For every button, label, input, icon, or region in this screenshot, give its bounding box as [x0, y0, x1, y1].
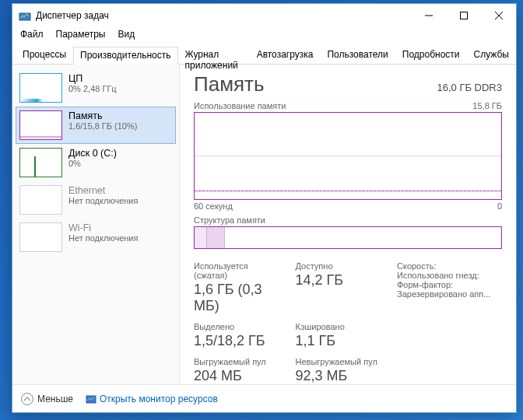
- menu-view[interactable]: Вид: [111, 27, 141, 43]
- tab-users[interactable]: Пользователи: [320, 46, 395, 64]
- titlebar[interactable]: Диспетчер задач: [12, 4, 516, 27]
- fewer-details-button[interactable]: Меньше: [20, 392, 73, 406]
- menu-options[interactable]: Параметры: [50, 27, 112, 43]
- sidebar-item-wifi[interactable]: Wi-Fi Нет подключения: [16, 219, 176, 256]
- tab-details[interactable]: Подробности: [395, 46, 467, 64]
- menu-file[interactable]: Файл: [14, 27, 50, 43]
- avail-label: Доступно: [296, 261, 384, 271]
- footer: Меньше Открыть монитор ресурсов: [12, 384, 516, 412]
- sidebar-item-disk[interactable]: Диск 0 (C:) 0%: [16, 144, 176, 181]
- sidebar-cpu-sub: 0% 2,48 ГГц: [68, 84, 117, 93]
- sidebar-disk-title: Диск 0 (C:): [68, 148, 117, 159]
- nonpaged-label: Невыгружаемый пул: [296, 357, 384, 366]
- nonpaged-value: 92,3 МБ: [296, 368, 384, 384]
- window-controls: [411, 5, 516, 27]
- memory-usage-graph[interactable]: [194, 112, 502, 200]
- content-body: ЦП 0% 2,48 ГГц Память 1,6/15,8 ГБ (10%) …: [12, 65, 516, 384]
- svg-point-5: [22, 393, 33, 404]
- menubar: Файл Параметры Вид: [12, 27, 516, 43]
- reserved-label: Зарезервировано апп...: [397, 289, 490, 299]
- minimize-button[interactable]: [411, 5, 446, 27]
- avail-value: 14,2 ГБ: [296, 272, 384, 289]
- inuse-label: Используется (сжатая): [194, 261, 282, 280]
- open-resource-monitor-label: Открыть монитор ресурсов: [100, 394, 218, 404]
- tab-processes[interactable]: Процессы: [16, 46, 73, 64]
- app-icon: [19, 9, 31, 22]
- composition-seg-available: [225, 227, 501, 248]
- composition-seg-reserved: [195, 227, 207, 248]
- sidebar-item-cpu[interactable]: ЦП 0% 2,48 ГГц: [16, 69, 176, 107]
- task-manager-window: Диспетчер задач Файл Параметры Вид Проце…: [12, 3, 517, 413]
- sidebar-eth-title: Ethernet: [68, 185, 138, 196]
- axis-left: 60 секунд: [194, 201, 233, 211]
- tab-services[interactable]: Службы: [467, 46, 516, 64]
- watermark-text: Avito: [476, 399, 507, 415]
- sidebar-mem-title: Память: [68, 110, 137, 121]
- sidebar-item-memory[interactable]: Память 1,6/15,8 ГБ (10%): [16, 107, 176, 144]
- cached-value: 1,1 ГБ: [296, 333, 384, 349]
- usage-graph-max: 15,8 ГБ: [472, 101, 502, 110]
- form-label: Форм-фактор:: [397, 280, 453, 289]
- tab-startup[interactable]: Автозагрузка: [250, 46, 321, 64]
- paged-label: Выгружаемый пул: [194, 357, 282, 366]
- sidebar-cpu-title: ЦП: [68, 73, 117, 84]
- fewer-details-label: Меньше: [37, 394, 73, 404]
- speed-label: Скорость:: [397, 261, 437, 271]
- sidebar-eth-sub: Нет подключения: [68, 196, 138, 205]
- paged-value: 204 МБ: [194, 368, 282, 384]
- memory-metrics: Используется (сжатая) 1,6 ГБ (0,3 МБ) До…: [194, 261, 502, 384]
- performance-sidebar: ЦП 0% 2,48 ГГц Память 1,6/15,8 ГБ (10%) …: [12, 65, 180, 384]
- tabstrip: Процессы Производительность Журнал прило…: [12, 46, 516, 65]
- disk-thumb-icon: [19, 148, 62, 177]
- maximize-button[interactable]: [446, 5, 481, 27]
- page-title: Память: [194, 72, 265, 96]
- usage-graph-label: Использование памяти: [194, 101, 286, 110]
- svg-rect-2: [460, 12, 467, 19]
- memory-spec: 16,0 ГБ DDR3: [437, 82, 503, 93]
- sidebar-wifi-title: Wi-Fi: [68, 222, 138, 233]
- chevron-up-icon: [20, 392, 34, 406]
- memory-thumb-icon: [19, 110, 62, 140]
- resource-monitor-icon: [86, 394, 97, 404]
- wifi-thumb-icon: [19, 222, 62, 252]
- sidebar-item-ethernet[interactable]: Ethernet Нет подключения: [16, 181, 176, 219]
- memory-composition-bar[interactable]: [194, 226, 502, 249]
- inuse-value: 1,6 ГБ (0,3 МБ): [194, 282, 282, 314]
- axis-right: 0: [497, 201, 502, 211]
- sidebar-mem-sub: 1,6/15,8 ГБ (10%): [68, 121, 137, 131]
- commit-label: Выделено: [194, 322, 282, 331]
- sidebar-wifi-sub: Нет подключения: [68, 233, 138, 243]
- open-resource-monitor-link[interactable]: Открыть монитор ресурсов: [86, 394, 218, 404]
- tab-performance[interactable]: Производительность: [73, 47, 177, 65]
- main-panel: Память 16,0 ГБ DDR3 Использование памяти…: [180, 65, 516, 384]
- composition-label: Структура памяти: [194, 215, 265, 225]
- tab-app-history[interactable]: Журнал приложений: [178, 46, 250, 64]
- close-button[interactable]: [481, 5, 516, 27]
- ethernet-thumb-icon: [19, 185, 62, 215]
- composition-seg-inuse: [207, 227, 226, 248]
- window-title: Диспетчер задач: [36, 10, 411, 21]
- commit-value: 1,5/18,2 ГБ: [194, 333, 282, 349]
- slots-label: Использовано гнезд:: [397, 271, 479, 280]
- cached-label: Кэшировано: [296, 322, 384, 331]
- cpu-thumb-icon: [19, 73, 62, 103]
- sidebar-disk-sub: 0%: [68, 159, 117, 168]
